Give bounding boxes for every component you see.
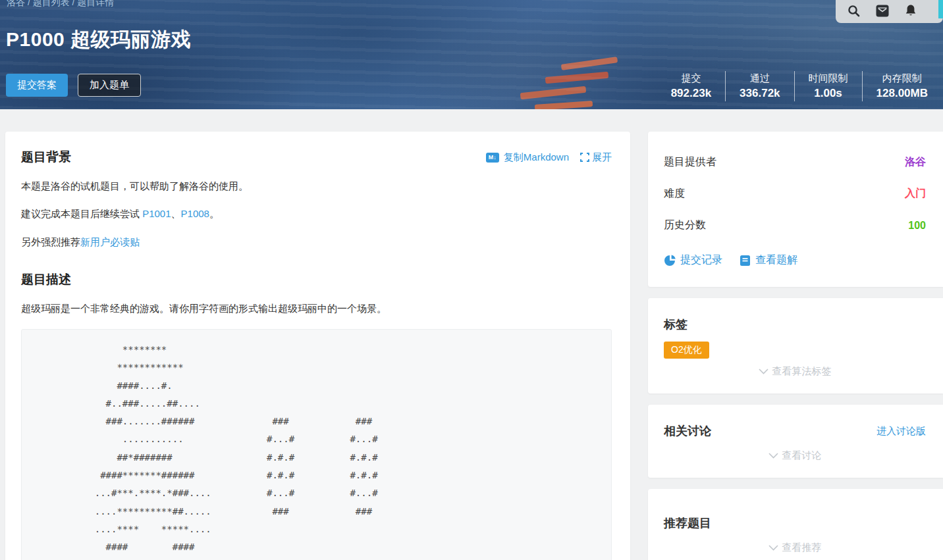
ascii-art-block: ******** ************ ####....#. #..###.…	[21, 329, 612, 560]
link-newbie-guide[interactable]: 新用户必读贴	[80, 236, 140, 247]
view-solutions-link[interactable]: 查看题解	[740, 253, 797, 267]
link-p1001[interactable]: P1001	[142, 208, 171, 219]
expand-button[interactable]: 展开	[580, 151, 612, 164]
recommendations-card: 推荐题目 查看推荐	[648, 489, 943, 560]
top-toolbar	[836, 0, 943, 23]
discussions-card: 相关讨论 进入讨论版 查看讨论	[648, 405, 943, 478]
background-paragraph-1: 本题是洛谷的试机题目，可以帮助了解洛谷的使用。	[21, 178, 612, 193]
search-icon[interactable]	[848, 5, 860, 17]
banner-painting	[520, 86, 586, 99]
text: 、	[171, 208, 181, 219]
message-icon[interactable]	[876, 5, 889, 17]
tag-o2[interactable]: O2优化	[664, 342, 709, 359]
recommendations-heading: 推荐题目	[664, 515, 926, 531]
stat-value: 892.23k	[671, 87, 711, 100]
page-content: 题目背景 M↓ 复制Markdown 展开 本题是洛谷的试机题目，可以帮助了解洛…	[0, 109, 943, 560]
show-algorithm-tags-toggle[interactable]: 查看算法标签	[664, 365, 926, 378]
page-title: P1000 超级玛丽游戏	[6, 26, 191, 53]
banner-painting	[545, 72, 609, 84]
background-paragraph-2: 建议完成本题目后继续尝试 P1001、P1008。	[21, 206, 612, 221]
breadcrumb-problem-list[interactable]: 题目列表	[33, 0, 70, 7]
show-discussions-toggle[interactable]: 查看讨论	[664, 449, 926, 462]
expand-label: 展开	[592, 151, 612, 164]
background-section-head: 题目背景 M↓ 复制Markdown 展开	[21, 149, 612, 166]
discussions-heading: 相关讨论	[664, 423, 711, 439]
background-heading: 题目背景	[21, 149, 71, 166]
text: 。	[209, 208, 219, 219]
stat-memory-limit: 内存限制 128.00MB	[863, 72, 942, 100]
book-icon	[740, 255, 751, 267]
ascii-art: ******** ************ ####....#. #..###.…	[34, 341, 599, 557]
stat-value: 336.72k	[740, 87, 780, 100]
provider-value[interactable]: 洛谷	[905, 155, 926, 169]
chevron-down-icon	[768, 453, 778, 459]
toggle-label: 查看推荐	[782, 542, 822, 554]
stat-label: 内存限制	[876, 72, 928, 85]
description-paragraph: 超级玛丽是一个非常经典的游戏。请你用字符画的形式输出超级玛丽中的一个场景。	[21, 301, 612, 316]
stat-accepted: 通过 336.72k	[726, 72, 794, 100]
score-value: 100	[908, 220, 926, 232]
stat-time-limit: 时间限制 1.00s	[795, 72, 862, 100]
chevron-down-icon	[768, 545, 778, 551]
stat-label: 通过	[740, 72, 780, 85]
stat-label: 提交	[671, 72, 711, 85]
breadcrumb-home[interactable]: 洛谷	[7, 0, 25, 7]
description-heading: 题目描述	[21, 271, 612, 288]
problem-stats: 提交 892.23k 通过 336.72k 时间限制 1.00s 内存限制 12…	[657, 71, 942, 101]
problem-card: 题目背景 M↓ 复制Markdown 展开 本题是洛谷的试机题目，可以帮助了解洛…	[5, 132, 630, 560]
link-label: 提交记录	[680, 253, 722, 267]
discussions-head: 相关讨论 进入讨论版	[664, 423, 926, 439]
info-label: 历史分数	[664, 218, 706, 232]
info-row-provider: 题目提供者 洛谷	[664, 155, 926, 169]
info-label: 难度	[664, 187, 685, 201]
breadcrumb-problem-detail[interactable]: 题目详情	[77, 0, 114, 7]
tags-card: 标签 O2优化 查看算法标签	[648, 298, 943, 394]
link-p1008[interactable]: P1008	[181, 208, 209, 219]
tags-heading: 标签	[664, 317, 926, 332]
sidebar: 题目提供者 洛谷 难度 入门 历史分数 100 提交记录 查看题解	[648, 132, 943, 560]
stat-label: 时间限制	[809, 72, 848, 85]
toggle-label: 查看讨论	[782, 449, 822, 462]
banner-painting	[535, 101, 593, 109]
stat-submissions: 提交 892.23k	[657, 72, 725, 100]
breadcrumb: 洛谷 / 题目列表 / 题目详情	[7, 0, 114, 9]
show-recommendations-toggle[interactable]: 查看推荐	[664, 542, 926, 554]
markdown-actions: M↓ 复制Markdown 展开	[486, 151, 612, 164]
info-row-difficulty: 难度 入门	[664, 187, 926, 201]
info-row-score: 历史分数 100	[664, 218, 926, 232]
expand-icon	[580, 153, 589, 162]
enter-discussion-board-link[interactable]: 进入讨论版	[876, 425, 926, 438]
banner-painting	[561, 57, 618, 70]
info-links: 提交记录 查看题解	[664, 253, 926, 267]
add-to-list-button[interactable]: 加入题单	[78, 74, 141, 97]
background-paragraph-3: 另外强烈推荐新用户必读贴	[21, 234, 612, 249]
link-label: 查看题解	[755, 253, 797, 267]
copy-markdown-button[interactable]: 复制Markdown	[504, 151, 569, 164]
problem-banner: 洛谷 / 题目列表 / 题目详情 P1000 超级玛丽游戏 提交答案 加入题单 …	[0, 0, 943, 109]
submit-answer-button[interactable]: 提交答案	[6, 74, 68, 97]
pie-chart-icon	[664, 255, 676, 267]
toggle-label: 查看算法标签	[772, 365, 832, 378]
difficulty-value: 入门	[905, 187, 926, 201]
banner-buttons: 提交答案 加入题单	[6, 74, 141, 97]
bell-icon[interactable]	[905, 4, 917, 17]
text: 另外强烈推荐	[21, 236, 80, 247]
markdown-icon: M↓	[486, 153, 499, 163]
problem-info-card: 题目提供者 洛谷 难度 入门 历史分数 100 提交记录 查看题解	[648, 132, 943, 287]
submission-records-link[interactable]: 提交记录	[664, 253, 722, 267]
chevron-down-icon	[759, 369, 768, 374]
info-label: 题目提供者	[664, 155, 716, 169]
breadcrumb-separator: /	[28, 0, 33, 7]
stat-value: 128.00MB	[876, 87, 928, 100]
avatar[interactable]	[938, 0, 943, 18]
stat-value: 1.00s	[809, 87, 848, 100]
text: 建议完成本题目后继续尝试	[21, 208, 142, 219]
